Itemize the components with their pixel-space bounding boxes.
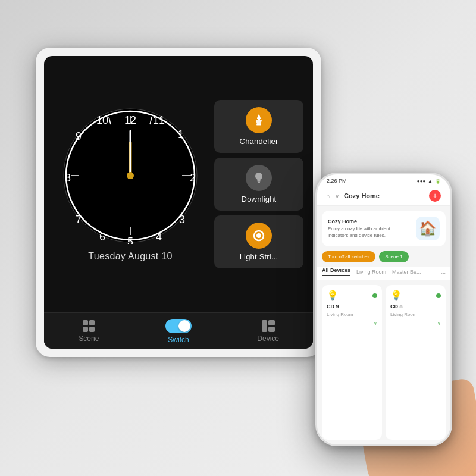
banner-icon: 🏠 — [416, 217, 440, 240]
main-scene: 12 1 2 3 4 5 6 7 8 9 10 11 — [0, 0, 476, 476]
svg-text:6: 6 — [99, 231, 105, 243]
switch-toggle-icon — [165, 319, 192, 333]
banner-title: Cozy Home — [328, 218, 411, 224]
tab-more[interactable]: ... — [441, 269, 446, 275]
svg-rect-31 — [268, 327, 275, 332]
svg-text:9: 9 — [76, 130, 82, 142]
light-strip-label: Light Stri... — [240, 252, 278, 261]
phone-container: 2:26 PM ●●● ▲ 🔋 ⌂ ∨ Cozy Home + — [315, 173, 452, 446]
svg-text:11: 11 — [153, 114, 165, 126]
device-status-dot — [372, 293, 377, 298]
phone-status-bar: 2:26 PM ●●● ▲ 🔋 — [317, 174, 450, 186]
device-status-dot — [436, 293, 441, 298]
scene-nav-label: Scene — [79, 334, 99, 343]
panel-screen: 12 1 2 3 4 5 6 7 8 9 10 11 — [44, 56, 313, 349]
svg-text:5: 5 — [127, 236, 133, 244]
add-device-button[interactable]: + — [429, 190, 441, 202]
switch-nav-item[interactable]: Switch — [155, 319, 202, 344]
phone-device-tabs: All Devices Living Room Master Be... ... — [317, 267, 450, 280]
device-name-cd8: CD 8 — [390, 303, 441, 309]
svg-text:10: 10 — [96, 114, 108, 126]
svg-rect-29 — [262, 320, 267, 332]
svg-text:4: 4 — [156, 231, 162, 243]
status-icons: ●●● ▲ 🔋 — [417, 178, 441, 184]
phone-actions: Turn off all switches Scene 1 — [317, 251, 450, 267]
phone-time: 2:26 PM — [327, 178, 347, 184]
device-nav-label: Device — [257, 334, 279, 343]
svg-rect-24 — [256, 124, 261, 126]
clock-face: 12 1 2 3 4 5 6 7 8 9 10 11 — [62, 107, 199, 244]
device-card-header: 💡 — [390, 290, 441, 301]
light-strip-button[interactable]: Light Stri... — [214, 215, 303, 268]
banner-description: Enjoy a cozy life with ambient indicator… — [328, 226, 411, 239]
svg-text:1: 1 — [178, 129, 184, 140]
device-name-cd9: CD 9 — [327, 303, 377, 309]
device-controls: Chandelier Downlight — [214, 65, 303, 303]
panel-nav: Scene Switch Device — [44, 312, 313, 349]
downlight-button[interactable]: Downlight — [214, 158, 303, 211]
svg-rect-23 — [258, 119, 260, 120]
downlight-label: Downlight — [242, 195, 277, 203]
light-strip-icon — [246, 223, 272, 249]
tab-master-bedroom[interactable]: Master Be... — [392, 269, 421, 275]
svg-text:8: 8 — [65, 172, 71, 184]
chandelier-button[interactable]: Chandelier — [214, 100, 303, 153]
device-icon — [262, 320, 275, 332]
device-card-header: 💡 — [327, 290, 377, 301]
device-card-cd8[interactable]: 💡 CD 8 Living Room ∨ — [386, 285, 446, 440]
svg-rect-25 — [258, 181, 261, 182]
svg-point-22 — [127, 172, 134, 179]
scene-nav-item[interactable]: Scene — [65, 320, 112, 343]
downlight-icon — [246, 165, 272, 191]
tab-living-room[interactable]: Living Room — [356, 269, 386, 275]
device-nav-item[interactable]: Device — [245, 320, 292, 343]
phone-screen: 2:26 PM ●●● ▲ 🔋 ⌂ ∨ Cozy Home + — [317, 174, 450, 444]
panel-main: 12 1 2 3 4 5 6 7 8 9 10 11 — [44, 56, 313, 312]
device-card-cd9[interactable]: 💡 CD 9 Living Room ∨ — [322, 285, 382, 440]
svg-rect-26 — [258, 182, 260, 183]
svg-point-28 — [256, 233, 261, 238]
svg-rect-30 — [268, 320, 275, 325]
svg-text:2: 2 — [190, 172, 196, 184]
device-room-cd8: Living Room — [390, 312, 441, 317]
switch-nav-label: Switch — [168, 336, 189, 344]
chandelier-label: Chandelier — [240, 137, 278, 146]
scene-icon — [83, 320, 95, 332]
phone-device-list: 💡 CD 9 Living Room ∨ 💡 — [317, 280, 450, 444]
clock-date: Tuesday August 10 — [88, 251, 173, 262]
phone-body: 2:26 PM ●●● ▲ 🔋 ⌂ ∨ Cozy Home + — [315, 173, 452, 446]
clock-section: 12 1 2 3 4 5 6 7 8 9 10 11 — [54, 65, 207, 303]
device-room-cd9: Living Room — [327, 312, 377, 317]
scene1-button[interactable]: Scene 1 — [379, 251, 408, 262]
banner-text: Cozy Home Enjoy a cozy life with ambient… — [328, 218, 411, 239]
turn-off-switches-button[interactable]: Turn off all switches — [322, 251, 375, 262]
svg-text:7: 7 — [76, 214, 82, 226]
phone-home-name: Cozy Home — [344, 192, 424, 199]
chandelier-icon — [246, 107, 272, 133]
toggle-knob — [178, 320, 190, 332]
svg-text:3: 3 — [179, 214, 185, 226]
phone-app-nav: ⌂ ∨ Cozy Home + — [317, 186, 450, 206]
phone-banner: Cozy Home Enjoy a cozy life with ambient… — [322, 211, 446, 246]
smart-panel: 12 1 2 3 4 5 6 7 8 9 10 11 — [36, 48, 321, 357]
tab-all-devices[interactable]: All Devices — [322, 267, 350, 276]
